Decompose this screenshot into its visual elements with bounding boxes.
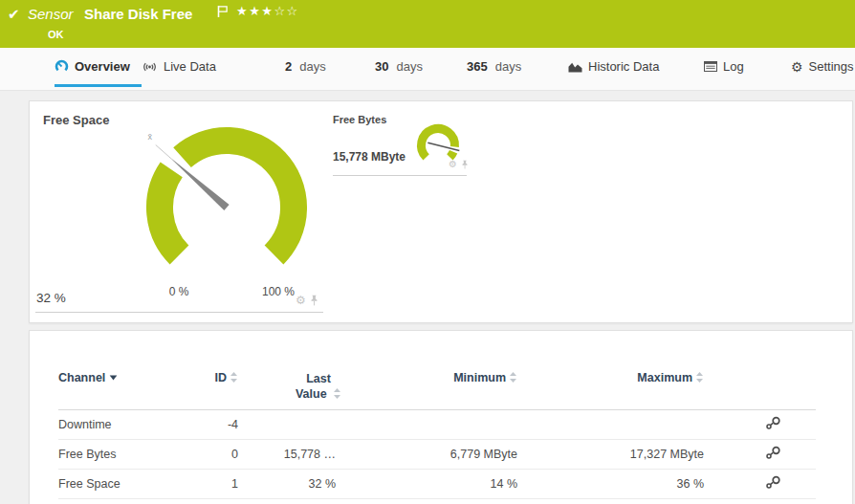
- widget-gear-icon[interactable]: ⚙: [449, 160, 457, 169]
- tab-historic-data-label: Historic Data: [588, 59, 659, 74]
- tab-2-days-number: 2: [285, 59, 292, 74]
- gauges-panel: Free Space x̄ 0 % 100 % 32 % ⚙ Free Byte…: [29, 100, 853, 323]
- free-bytes-gauge-title: Free Bytes: [333, 114, 386, 125]
- tab-live-data-label: Live Data: [164, 59, 216, 74]
- tab-30-days-number: 30: [375, 59, 388, 74]
- channel-minimum-cell: 14 %: [336, 470, 517, 499]
- channel-minimum-cell: 6,779 MByte: [336, 440, 517, 470]
- column-header-maximum-label: Maximum: [637, 371, 692, 384]
- status-check-icon: ✔: [8, 6, 20, 23]
- column-header-minimum-label: Minimum: [453, 371, 506, 384]
- table-row-downtime: Downtime -4: [58, 410, 816, 440]
- free-space-widget-actions: ⚙: [296, 295, 318, 306]
- channels-table: Channel ID Last Value Minimum Maximum: [58, 365, 816, 499]
- channel-name-cell: Free Space: [58, 470, 211, 499]
- free-space-gauge: x̄: [136, 117, 318, 277]
- channel-settings-icon[interactable]: [765, 475, 781, 490]
- free-space-scale-max: 100 %: [262, 285, 295, 298]
- free-bytes-widget-divider: [333, 175, 467, 176]
- free-space-widget-divider: [35, 312, 323, 313]
- live-data-icon: [142, 61, 158, 73]
- prtg-sensor-page: ✔ Sensor Share Disk Free ★★★☆☆ OK Overvi…: [0, 0, 855, 504]
- column-header-maximum[interactable]: Maximum: [517, 365, 704, 410]
- tab-2-days-label: days: [299, 59, 325, 74]
- channel-minimum-cell: [336, 410, 517, 440]
- tab-365-days[interactable]: 365 days: [467, 59, 521, 74]
- channel-id-cell: 0: [211, 440, 238, 470]
- channel-id-cell: 1: [211, 470, 238, 499]
- free-space-gauge-value: 32 %: [36, 291, 66, 305]
- table-row-free-space: Free Space 1 32 % 14 % 36 %: [58, 470, 816, 499]
- flag-icon[interactable]: [217, 5, 229, 22]
- channel-maximum-cell: 36 %: [517, 470, 704, 499]
- column-header-channel[interactable]: Channel: [58, 365, 211, 410]
- sort-desc-icon: [109, 375, 118, 381]
- column-header-actions: [704, 365, 816, 410]
- table-row-free-bytes: Free Bytes 0 15,778 … 6,779 MByte 17,327…: [58, 440, 816, 470]
- tab-365-days-number: 365: [467, 59, 488, 74]
- column-header-channel-label: Channel: [58, 371, 105, 384]
- column-header-minimum[interactable]: Minimum: [336, 365, 517, 410]
- tab-log-label: Log: [723, 59, 744, 74]
- channel-name-cell: Downtime: [58, 410, 211, 440]
- free-space-scale-min: 0 %: [169, 285, 189, 298]
- tab-log[interactable]: Log: [704, 59, 744, 74]
- tab-30-days-label: days: [396, 59, 422, 74]
- column-header-last-value[interactable]: Last Value: [238, 365, 336, 410]
- channel-id-cell: -4: [211, 410, 238, 440]
- gauge-icon: [55, 59, 69, 74]
- sensor-title: Share Disk Free: [84, 6, 192, 22]
- channel-last-value-cell: 32 %: [238, 470, 336, 499]
- channel-maximum-cell: 17,327 MByte: [517, 440, 704, 470]
- channel-settings-icon[interactable]: [765, 446, 781, 460]
- channel-maximum-cell: [517, 410, 704, 440]
- sort-toggle-icon: [695, 372, 704, 383]
- log-icon: [704, 61, 717, 72]
- tab-live-data[interactable]: Live Data: [142, 59, 216, 74]
- sensor-status-banner: ✔ Sensor Share Disk Free ★★★☆☆ OK: [0, 0, 855, 48]
- status-text: OK: [48, 29, 64, 40]
- tab-overview-label: Overview: [75, 59, 130, 74]
- tab-bar: Overview Live Data 2 days 30 days 365 da…: [0, 48, 855, 91]
- sort-toggle-icon: [509, 372, 517, 383]
- stars-empty: ☆☆: [274, 4, 298, 18]
- widget-pin-icon[interactable]: [310, 295, 318, 306]
- widget-gear-icon[interactable]: ⚙: [296, 295, 306, 306]
- channel-settings-icon[interactable]: [765, 416, 781, 430]
- sort-toggle-icon: [230, 372, 238, 383]
- tab-365-days-label: days: [495, 59, 521, 74]
- channel-last-value-cell: [238, 410, 336, 440]
- sensor-type-label: Sensor: [28, 6, 74, 22]
- free-bytes-widget-actions: ⚙: [449, 160, 469, 169]
- sort-toggle-icon: [333, 388, 341, 399]
- tab-historic-data[interactable]: Historic Data: [568, 59, 659, 74]
- tab-settings-label: Settings: [809, 59, 854, 74]
- tab-2-days[interactable]: 2 days: [285, 59, 326, 74]
- channels-table-header-row: Channel ID Last Value Minimum Maximum: [58, 365, 816, 410]
- free-bytes-gauge-value: 15,778 MByte: [333, 150, 406, 164]
- tab-overview[interactable]: Overview: [55, 59, 130, 74]
- tab-30-days[interactable]: 30 days: [375, 59, 423, 74]
- column-header-last-value-label: Last Value: [296, 372, 331, 401]
- historic-data-icon: [568, 61, 582, 73]
- stars-filled: ★★★: [236, 4, 274, 18]
- column-header-id[interactable]: ID: [211, 365, 238, 410]
- free-space-gauge-title: Free Space: [43, 113, 109, 127]
- column-header-id-label: ID: [215, 371, 228, 384]
- widget-pin-icon[interactable]: [461, 160, 469, 169]
- channel-name-cell: Free Bytes: [58, 440, 211, 470]
- svg-text:x̄: x̄: [147, 132, 152, 142]
- active-tab-underline: [55, 84, 142, 87]
- priority-stars[interactable]: ★★★☆☆: [236, 4, 299, 18]
- settings-gear-icon: ⚙: [791, 60, 803, 74]
- channel-last-value-cell: 15,778 …: [238, 440, 336, 470]
- channels-panel: Channel ID Last Value Minimum Maximum: [29, 330, 853, 504]
- tab-settings[interactable]: ⚙ Settings: [791, 59, 854, 74]
